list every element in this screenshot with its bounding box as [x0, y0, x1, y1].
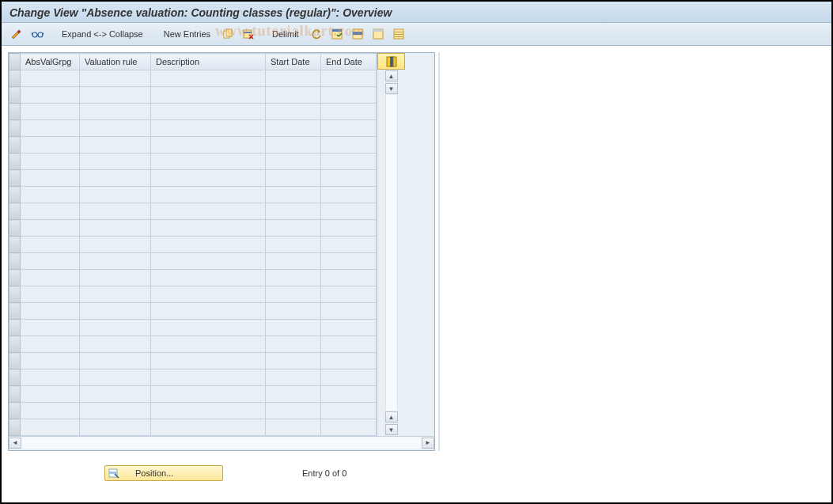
cell-rule[interactable] — [80, 220, 151, 237]
row-selector[interactable] — [9, 270, 21, 286]
cell-abs[interactable] — [21, 137, 80, 153]
table-row[interactable] — [9, 303, 377, 320]
row-selector[interactable] — [9, 153, 21, 170]
cell-start[interactable] — [266, 70, 321, 87]
cell-desc[interactable] — [151, 203, 266, 220]
cell-start[interactable] — [266, 153, 321, 170]
cell-abs[interactable] — [21, 170, 80, 187]
table-row[interactable] — [9, 137, 377, 153]
row-selector[interactable] — [9, 220, 21, 237]
cell-rule[interactable] — [80, 70, 151, 87]
cell-start[interactable] — [266, 286, 321, 303]
row-selector[interactable] — [9, 104, 21, 120]
other-view-button[interactable] — [27, 26, 47, 42]
cell-desc[interactable] — [151, 153, 266, 170]
vertical-scroll-track[interactable] — [385, 95, 398, 411]
new-entries-button[interactable]: New Entries — [157, 28, 217, 40]
select-block-button[interactable] — [348, 26, 367, 42]
cell-end[interactable] — [321, 403, 377, 419]
cell-start[interactable] — [266, 220, 321, 237]
cell-desc[interactable] — [151, 336, 266, 353]
row-selector[interactable] — [9, 170, 21, 187]
cell-end[interactable] — [321, 153, 377, 170]
table-row[interactable] — [9, 220, 377, 237]
cell-start[interactable] — [266, 336, 321, 353]
cell-end[interactable] — [321, 220, 377, 237]
cell-end[interactable] — [321, 237, 377, 253]
cell-desc[interactable] — [151, 270, 266, 286]
vertical-splitter[interactable] — [438, 52, 440, 451]
col-absvalgrpg-header[interactable]: AbsValGrpg — [21, 54, 80, 70]
cell-desc[interactable] — [151, 170, 266, 187]
cell-desc[interactable] — [151, 386, 266, 403]
row-selector[interactable] — [9, 369, 21, 386]
cell-end[interactable] — [321, 170, 377, 187]
cell-rule[interactable] — [80, 286, 151, 303]
table-row[interactable] — [9, 270, 377, 286]
cell-rule[interactable] — [80, 137, 151, 153]
cell-start[interactable] — [266, 353, 321, 369]
cell-start[interactable] — [266, 120, 321, 137]
row-selector-header[interactable] — [9, 54, 21, 70]
cell-end[interactable] — [321, 353, 377, 369]
cell-abs[interactable] — [21, 286, 80, 303]
table-row[interactable] — [9, 386, 377, 403]
cell-start[interactable] — [266, 270, 321, 286]
scroll-down-button[interactable]: ▼ — [385, 424, 398, 435]
cell-abs[interactable] — [21, 303, 80, 320]
cell-abs[interactable] — [21, 220, 80, 237]
row-selector[interactable] — [9, 419, 21, 436]
table-row[interactable] — [9, 170, 377, 187]
table-row[interactable] — [9, 403, 377, 419]
col-start-date-header[interactable]: Start Date — [266, 54, 321, 70]
cell-abs[interactable] — [21, 419, 80, 436]
cell-rule[interactable] — [80, 303, 151, 320]
delimit-button[interactable]: Delimit — [266, 28, 305, 40]
cell-abs[interactable] — [21, 386, 80, 403]
table-row[interactable] — [9, 237, 377, 253]
horizontal-scroll-track[interactable] — [21, 438, 422, 449]
table-row[interactable] — [9, 419, 377, 436]
cell-desc[interactable] — [151, 303, 266, 320]
cell-end[interactable] — [321, 320, 377, 336]
cell-rule[interactable] — [80, 87, 151, 104]
cell-rule[interactable] — [80, 203, 151, 220]
select-all-button[interactable] — [328, 26, 346, 42]
table-row[interactable] — [9, 187, 377, 203]
cell-end[interactable] — [321, 137, 377, 153]
cell-end[interactable] — [321, 70, 377, 87]
cell-abs[interactable] — [21, 153, 80, 170]
cell-start[interactable] — [266, 320, 321, 336]
cell-abs[interactable] — [21, 253, 80, 270]
cell-end[interactable] — [321, 253, 377, 270]
cell-end[interactable] — [321, 386, 377, 403]
cell-abs[interactable] — [21, 237, 80, 253]
col-description-header[interactable]: Description — [151, 54, 266, 70]
cell-end[interactable] — [321, 419, 377, 436]
table-row[interactable] — [9, 70, 377, 87]
position-button[interactable]: Position... — [104, 465, 223, 481]
cell-rule[interactable] — [80, 153, 151, 170]
cell-start[interactable] — [266, 419, 321, 436]
cell-start[interactable] — [266, 137, 321, 153]
row-selector[interactable] — [9, 403, 21, 419]
row-selector[interactable] — [9, 87, 21, 104]
cell-rule[interactable] — [80, 270, 151, 286]
cell-abs[interactable] — [21, 320, 80, 336]
row-selector[interactable] — [9, 386, 21, 403]
cell-abs[interactable] — [21, 270, 80, 286]
cell-start[interactable] — [266, 369, 321, 386]
cell-start[interactable] — [266, 386, 321, 403]
table-row[interactable] — [9, 203, 377, 220]
cell-start[interactable] — [266, 170, 321, 187]
cell-start[interactable] — [266, 303, 321, 320]
cell-abs[interactable] — [21, 369, 80, 386]
cell-start[interactable] — [266, 203, 321, 220]
cell-desc[interactable] — [151, 403, 266, 419]
table-row[interactable] — [9, 253, 377, 270]
cell-end[interactable] — [321, 336, 377, 353]
cell-start[interactable] — [266, 87, 321, 104]
col-end-date-header[interactable]: End Date — [321, 54, 377, 70]
row-selector[interactable] — [9, 253, 21, 270]
cell-desc[interactable] — [151, 286, 266, 303]
